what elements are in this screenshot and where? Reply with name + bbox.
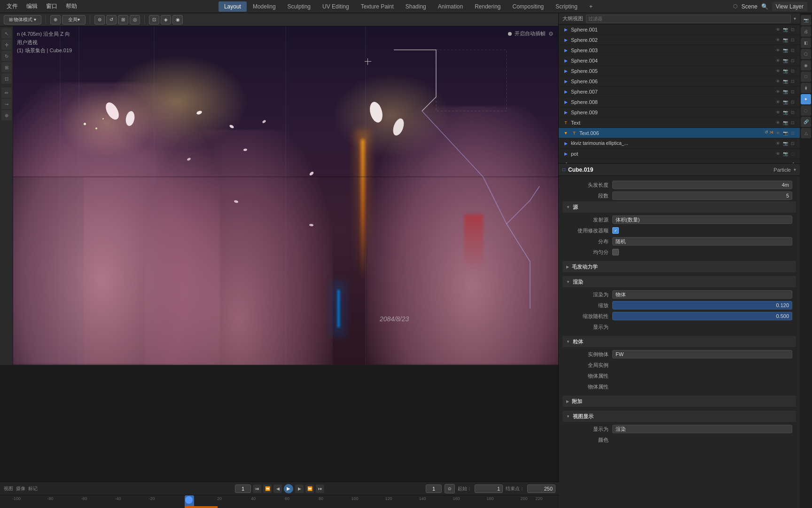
cam-icon-kkviz[interactable]: 📷 [782, 140, 789, 147]
scale-field[interactable]: 0.120 [612, 301, 792, 310]
outliner-item-pot[interactable]: ▶ pot 👁 📷 ◌ [559, 149, 800, 159]
transform-tool-btn[interactable]: ⊡ [1, 73, 12, 84]
instance-obj-field[interactable]: FW [612, 350, 792, 358]
tab-texture-paint[interactable]: Texture Paint [355, 1, 399, 12]
eye-icon-sphere006[interactable]: 👁 [774, 78, 781, 85]
object-body-header[interactable]: ▼ 粒体 [562, 336, 796, 347]
cam-icon-sphere002[interactable]: 📷 [782, 37, 789, 43]
eye-icon-sphere008[interactable]: 👁 [774, 99, 781, 105]
render-icon-sphere006[interactable]: ⊡ [789, 78, 796, 85]
view-layer-label[interactable]: View Layer [772, 2, 807, 11]
jump-start-btn[interactable]: ⏮ [253, 484, 261, 493]
outliner-search-input[interactable] [586, 15, 791, 23]
scale-rand-field[interactable]: 0.500 [612, 312, 792, 320]
prop-tab-physics[interactable]: ◌ [801, 105, 811, 116]
tab-animation[interactable]: Animation [432, 1, 468, 12]
menu-edit[interactable]: 编辑 [23, 1, 41, 12]
prop-tab-data[interactable]: △ [801, 128, 811, 138]
outliner-item-sphere004[interactable]: ▶ Sphere.004 👁 📷 ⊡ [559, 56, 800, 66]
cam-icon-sphere001[interactable]: 📷 [782, 26, 789, 33]
render-as-field[interactable]: 物体 [612, 290, 792, 299]
tab-layout[interactable]: Layout [219, 1, 247, 12]
auto-depth-label[interactable]: 开启自动插帧 [515, 30, 546, 37]
render-section-header[interactable]: ▼ 渲染 [562, 276, 796, 287]
tab-compositing[interactable]: Compositing [507, 1, 550, 12]
render-icon-sphere001[interactable]: ⊡ [789, 26, 796, 33]
shading-btn[interactable]: ◉ [172, 15, 183, 24]
eye-icon-sphere002[interactable]: 👁 [774, 37, 781, 43]
annotate-tool-btn[interactable]: ✏ [1, 87, 12, 98]
cam-icon-pot[interactable]: 📷 [782, 151, 789, 157]
mode-select-btn[interactable]: ⊞ 物体模式 ▾ [4, 15, 41, 24]
tab-scripting[interactable]: Scripting [550, 1, 583, 12]
viewport-settings-icon[interactable]: ⚙ [548, 31, 554, 37]
uniform-checkbox[interactable] [612, 249, 619, 255]
tab-add[interactable]: + [584, 1, 598, 12]
start-frame-field[interactable]: 1 [475, 484, 503, 493]
prop-tab-render[interactable]: 📷 [801, 15, 811, 25]
prev-keyframe-btn[interactable]: ⏪ [263, 484, 272, 493]
append-header[interactable]: ▶ 附加 [562, 396, 796, 407]
search-icon-top[interactable]: 🔍 [761, 3, 768, 10]
eye-icon-sphere003[interactable]: 👁 [774, 47, 781, 54]
tab-rendering[interactable]: Rendering [469, 1, 506, 12]
render-icon-kkviz[interactable]: ⊡ [789, 140, 796, 147]
eye-icon-text006[interactable]: 👁 [774, 130, 781, 136]
menu-help[interactable]: 帮助 [62, 1, 81, 12]
outliner-item-text006[interactable]: ▼ T Text.006 ↺ ⋊ 👁 📷 ⊡ [559, 128, 800, 138]
menu-window[interactable]: 窗口 [42, 1, 61, 12]
proportional-edit-btn[interactable]: ◎ [130, 15, 140, 24]
measure-tool-btn[interactable]: ⊸ [1, 99, 12, 109]
transform-btn-1[interactable]: ⊜ [94, 15, 105, 24]
hair-dynamics-header[interactable]: ▶ 毛发动力学 [562, 261, 796, 272]
eye-icon-sphere005[interactable]: 👁 [774, 68, 781, 74]
prop-tab-scene[interactable]: ⬡ [801, 49, 811, 59]
snap-icon[interactable]: ⊕ [50, 15, 61, 24]
menu-file[interactable]: 文件 [3, 1, 22, 12]
cam-icon-sphere008[interactable]: 📷 [782, 99, 789, 105]
scale-tool-btn[interactable]: ⊞ [1, 62, 12, 72]
move-tool-btn[interactable]: ✛ [1, 40, 12, 50]
eye-icon-sphere009[interactable]: 👁 [774, 109, 781, 116]
particle-dropdown-icon[interactable]: ▾ [794, 167, 796, 172]
overlay-btn[interactable]: ⊡ [149, 15, 159, 24]
prop-tab-output[interactable]: 🖨 [801, 26, 811, 37]
current-frame-display[interactable]: 1 [235, 484, 251, 493]
cursor-tool-btn[interactable]: ⊕ [1, 110, 12, 120]
cam-icon-sphere006[interactable]: 📷 [782, 78, 789, 85]
prop-tab-constraints[interactable]: 🔗 [801, 117, 811, 127]
rotate-tool-btn[interactable]: ↻ [1, 51, 12, 61]
select-tool-btn[interactable]: ↖ [1, 28, 12, 39]
prop-tab-modifier[interactable]: ⧫ [801, 83, 811, 93]
render-icon-sphere009[interactable]: ⊡ [789, 109, 796, 116]
cam-icon-text006[interactable]: 📷 [782, 130, 789, 136]
prop-tab-particles[interactable]: ✦ [801, 94, 811, 104]
eye-icon-sphere001[interactable]: 👁 [774, 26, 781, 33]
render-icon-sphere005[interactable]: ⊡ [789, 68, 796, 74]
transform-btn-3[interactable]: ⊞ [118, 15, 128, 24]
show-as-field[interactable]: 渲染 [612, 425, 792, 433]
tab-uv-editing[interactable]: UV Editing [317, 1, 355, 12]
timeline-options-btn[interactable]: ⊙ [445, 484, 455, 493]
tab-shading[interactable]: Shading [400, 1, 432, 12]
hair-length-field[interactable]: 4m [612, 181, 792, 189]
emit-source-field[interactable]: 体积(数量) [612, 215, 792, 224]
eye-icon-sphere007[interactable]: 👁 [774, 88, 781, 95]
jump-end-btn[interactable]: ⏭ [316, 484, 324, 493]
special-icon-pot[interactable]: ◌ [789, 151, 796, 157]
cam-icon-sphere007[interactable]: 📷 [782, 88, 789, 95]
prop-tab-view-layer[interactable]: ◧ [801, 38, 811, 48]
eye-icon-text[interactable]: 👁 [774, 119, 781, 126]
playhead-marker[interactable] [185, 496, 193, 504]
next-keyframe-btn[interactable]: ⏩ [305, 484, 314, 493]
prop-tab-world[interactable]: ◉ [801, 60, 811, 71]
3d-viewport[interactable]: n (4.705m) 沿全局 Z 向 用户透视 (1) 场景集合 | Cube.… [13, 26, 559, 365]
outliner-item-sphere003[interactable]: ▶ Sphere.003 👁 📷 ⊡ [559, 45, 800, 56]
eye-icon-pot[interactable]: 👁 [774, 151, 781, 157]
modifier-checkbox[interactable]: ✓ [612, 227, 619, 234]
steps-field[interactable]: 5 [612, 191, 792, 200]
outliner-item-sphere008[interactable]: ▶ Sphere.008 👁 📷 ⊡ [559, 97, 800, 107]
outliner-item-up[interactable]: ↺ up ↺ [559, 159, 800, 164]
outliner-item-sphere005[interactable]: ▶ Sphere.005 👁 📷 ⊡ [559, 66, 800, 76]
eye-icon-kkviz[interactable]: 👁 [774, 140, 781, 147]
